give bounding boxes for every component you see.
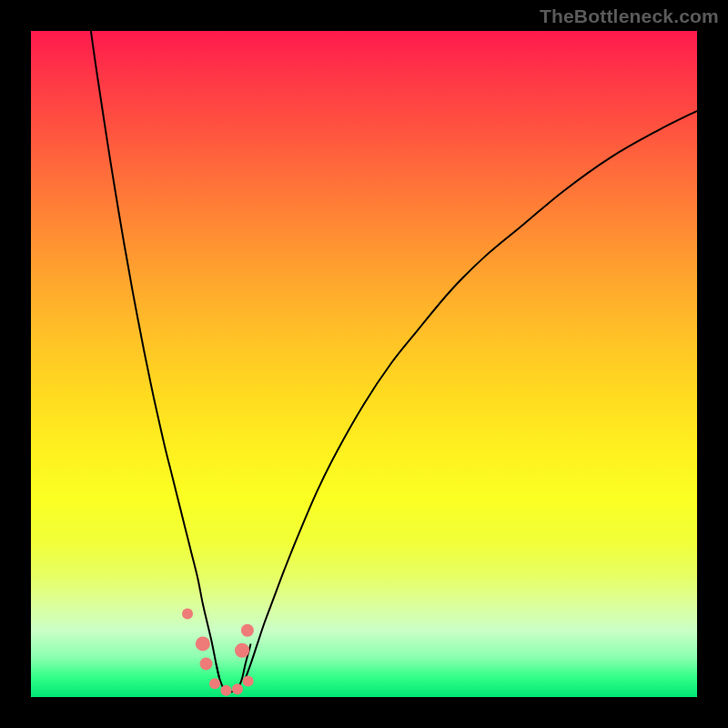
data-marker (243, 675, 254, 686)
chart-svg (31, 31, 697, 697)
data-marker (182, 609, 193, 620)
data-marker (209, 678, 220, 689)
data-marker (200, 657, 213, 670)
data-marker (220, 685, 231, 696)
chart-plot-area (31, 31, 697, 697)
data-marker (196, 636, 210, 651)
marker-layer (182, 609, 254, 696)
data-marker (241, 624, 254, 637)
data-marker (235, 643, 249, 658)
data-marker (232, 683, 243, 694)
curve-left-branch (91, 31, 219, 679)
watermark-text: TheBottleneck.com (540, 5, 719, 27)
curve-right-branch (246, 111, 697, 679)
